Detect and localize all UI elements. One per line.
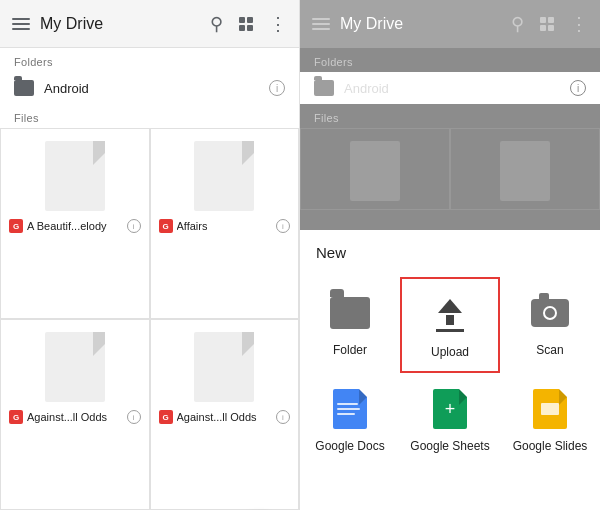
file-name-3: Against...ll Odds (27, 411, 107, 423)
new-sheets-label: Google Sheets (410, 439, 489, 453)
file-info-2[interactable]: i (276, 219, 290, 233)
right-overlay-file-2 (450, 128, 600, 210)
new-upload-label: Upload (431, 345, 469, 359)
file-thumb-1 (45, 141, 105, 211)
file-cell-2[interactable]: G Affairs i (150, 128, 300, 319)
upload-stem (446, 315, 454, 325)
new-sheets-icon: + (426, 385, 474, 433)
file-thumb-3 (45, 332, 105, 402)
right-folders-label: Folders (300, 48, 600, 72)
left-folder-android[interactable]: Android i (0, 72, 299, 104)
new-section: New Folder Upload (300, 230, 600, 510)
new-section-label: New (300, 230, 600, 269)
right-hamburger-1 (312, 18, 330, 20)
new-item-sheets[interactable]: + Google Sheets (400, 373, 500, 465)
file-info-3[interactable]: i (127, 410, 141, 424)
file-label-row-2: G Affairs i (159, 219, 291, 233)
slides-rect (541, 403, 559, 415)
hamburger-line-1 (12, 18, 30, 20)
file-app-icon-4: G (159, 410, 173, 424)
file-cell-4[interactable]: G Against...ll Odds i (150, 319, 300, 510)
right-panel: My Drive ⚲ ⋮ Folders Android i (300, 0, 600, 510)
right-search-icon[interactable]: ⚲ (511, 13, 524, 35)
new-scan-icon (526, 289, 574, 337)
new-docs-label: Google Docs (315, 439, 384, 453)
upload-shape (436, 299, 464, 332)
file-app-icon-3: G (9, 410, 23, 424)
file-name-4: Against...ll Odds (177, 411, 257, 423)
file-app-icon-2: G (159, 219, 173, 233)
right-grid-icon[interactable] (540, 17, 554, 31)
left-files-label: Files (0, 104, 299, 128)
left-files-grid: G A Beautif...elody i G Affairs i G Agai… (0, 128, 299, 510)
file-thumb-4 (194, 332, 254, 402)
right-folder-android[interactable]: Android i (300, 72, 600, 104)
right-files-label: Files (300, 104, 600, 128)
right-folder-name: Android (344, 81, 560, 96)
right-drive-title: My Drive (340, 15, 511, 33)
file-info-4[interactable]: i (276, 410, 290, 424)
file-app-icon-1: G (9, 219, 23, 233)
right-menu-icon[interactable] (312, 18, 330, 30)
right-hamburger-2 (312, 23, 330, 25)
hamburger-line-2 (12, 23, 30, 25)
right-overlay-grid (300, 128, 600, 210)
left-grid-icon[interactable] (239, 17, 253, 31)
hamburger-line-3 (12, 28, 30, 30)
new-items-grid: Folder Upload (300, 269, 600, 473)
right-overlay-thumb-2 (500, 141, 550, 201)
folder-shape (330, 297, 370, 329)
file-cell-1[interactable]: G A Beautif...elody i (0, 128, 150, 319)
new-upload-icon (426, 291, 474, 339)
right-header: My Drive ⚲ ⋮ (300, 0, 600, 48)
right-hamburger-3 (312, 28, 330, 30)
folder-info-icon[interactable]: i (269, 80, 285, 96)
new-item-scan[interactable]: Scan (500, 277, 600, 373)
new-item-upload[interactable]: Upload (400, 277, 500, 373)
gslides-shape (533, 389, 567, 429)
new-scan-label: Scan (536, 343, 563, 357)
left-search-icon[interactable]: ⚲ (210, 13, 223, 35)
left-header: My Drive ⚲ ⋮ (0, 0, 299, 48)
right-header-icons: ⚲ ⋮ (511, 13, 588, 35)
new-docs-icon (326, 385, 374, 433)
new-item-folder[interactable]: Folder (300, 277, 400, 373)
left-menu-icon[interactable] (12, 18, 30, 30)
file-label-row-3: G Against...ll Odds i (9, 410, 141, 424)
left-header-icons: ⚲ ⋮ (210, 13, 287, 35)
new-item-docs[interactable]: Google Docs (300, 373, 400, 465)
left-drive-title: My Drive (40, 15, 210, 33)
camera-shape (531, 299, 569, 327)
file-cell-3[interactable]: G Against...ll Odds i (0, 319, 150, 510)
new-slides-icon (526, 385, 574, 433)
right-overlay-file-1 (300, 128, 450, 210)
file-name-2: Affairs (177, 220, 208, 232)
file-label-row-4: G Against...ll Odds i (159, 410, 291, 424)
camera-lens (543, 306, 557, 320)
gdocs-shape (333, 389, 367, 429)
right-overlay-thumb-1 (350, 141, 400, 201)
right-folder-icon (314, 80, 334, 96)
upload-arrow (438, 299, 462, 313)
left-folders-label: Folders (0, 48, 299, 72)
right-more-icon[interactable]: ⋮ (570, 15, 588, 33)
left-more-icon[interactable]: ⋮ (269, 15, 287, 33)
file-info-1[interactable]: i (127, 219, 141, 233)
left-panel: My Drive ⚲ ⋮ Folders Android i Files (0, 0, 300, 510)
upload-base (436, 329, 464, 332)
gsheets-shape: + (433, 389, 467, 429)
folder-name: Android (44, 81, 259, 96)
new-slides-label: Google Slides (513, 439, 588, 453)
sheets-plus: + (445, 399, 456, 420)
new-item-slides[interactable]: Google Slides (500, 373, 600, 465)
file-label-row-1: G A Beautif...elody i (9, 219, 141, 233)
folder-icon (14, 80, 34, 96)
new-folder-icon (326, 289, 374, 337)
new-folder-label: Folder (333, 343, 367, 357)
right-folder-info[interactable]: i (570, 80, 586, 96)
file-thumb-2 (194, 141, 254, 211)
file-name-1: A Beautif...elody (27, 220, 107, 232)
right-overlay: My Drive ⚲ ⋮ Folders Android i (300, 0, 600, 230)
